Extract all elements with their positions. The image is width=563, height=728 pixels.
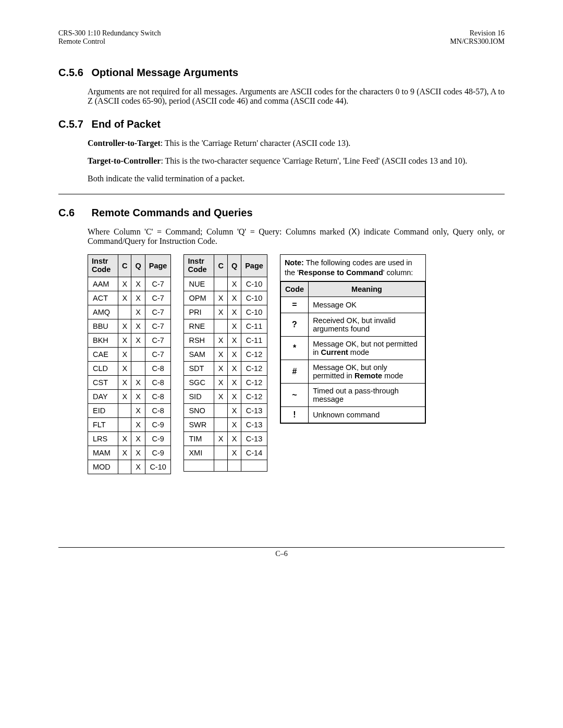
cell-q: X <box>131 403 145 417</box>
cell-c <box>214 319 227 333</box>
page-header: CRS-300 1:10 Redundancy Switch Remote Co… <box>58 29 505 46</box>
cell-code: TIM <box>184 431 214 446</box>
cell-q: X <box>131 389 145 403</box>
header-docid: MN/CRS300.IOM <box>450 38 505 46</box>
cell-page: C-11 <box>241 333 267 347</box>
header-revision: Revision 16 <box>450 29 505 38</box>
note-box: Note: The following codes are used in th… <box>280 254 426 424</box>
table-row: FLTXC-9 <box>88 417 171 431</box>
cell-c <box>118 305 131 319</box>
table-row: CAEXC-7 <box>88 347 171 361</box>
table-row: BBUXXC-7 <box>88 319 171 333</box>
cell-symbol: # <box>280 360 308 383</box>
cell-page: C-8 <box>145 361 171 375</box>
cell-q: X <box>131 375 145 389</box>
cell-q: X <box>227 291 241 305</box>
paragraph: Arguments are not required for all messa… <box>88 87 505 106</box>
cell-page: C-9 <box>145 417 171 431</box>
cell-code: PRI <box>184 305 214 319</box>
table-row: MODXC-10 <box>88 460 171 474</box>
cell-c: X <box>118 446 131 460</box>
th-c: C <box>214 255 227 277</box>
cell-meaning: Message OK <box>309 297 425 313</box>
cell-page: C-12 <box>241 347 267 361</box>
cell-code: FLT <box>88 417 118 431</box>
cell-code: OPM <box>184 291 214 305</box>
cell-c <box>214 277 227 291</box>
cell-page: C-12 <box>241 361 267 375</box>
cell-code: RSH <box>184 333 214 347</box>
th-instr: InstrCode <box>184 255 214 277</box>
cell-c: X <box>118 291 131 305</box>
th-code: Code <box>280 281 308 297</box>
cell-q: X <box>227 333 241 347</box>
cell-c: X <box>118 375 131 389</box>
table-row: NUEXC-10 <box>184 277 267 291</box>
table-row: RNEXC-11 <box>184 319 267 333</box>
cell-q <box>131 361 145 375</box>
cell-code: MOD <box>88 460 118 474</box>
table-row: SNOXC-13 <box>184 403 267 417</box>
cell-page: C-13 <box>241 431 267 446</box>
cell-q: X <box>131 446 145 460</box>
cell-c: X <box>118 319 131 333</box>
cell-c: X <box>118 431 131 446</box>
table-row: EIDXC-8 <box>88 403 171 417</box>
table-row: AMQXC-7 <box>88 305 171 319</box>
table-row: #Message OK, but only permitted in Remot… <box>280 360 425 383</box>
paragraph: Target-to-Controller: This is the two-ch… <box>88 156 505 166</box>
cell-q: X <box>227 375 241 389</box>
cell-c <box>118 460 131 474</box>
cell-q: X <box>131 319 145 333</box>
table-row: SAMXXC-12 <box>184 347 267 361</box>
cell-q: X <box>131 417 145 431</box>
table-row: SDTXXC-12 <box>184 361 267 375</box>
table-row: AAMXXC-7 <box>88 277 171 291</box>
table-row: OPMXXC-10 <box>184 291 267 305</box>
cell-code: BBU <box>88 319 118 333</box>
cell-q: X <box>227 277 241 291</box>
cell-c: X <box>214 375 227 389</box>
th-page: Page <box>145 255 171 277</box>
cell-c: X <box>214 431 227 446</box>
cell-code: SAM <box>184 347 214 361</box>
cell-c <box>118 403 131 417</box>
cell-code: EID <box>88 403 118 417</box>
cell-code <box>184 460 214 471</box>
cell-page: C-9 <box>145 446 171 460</box>
cell-code: XMI <box>184 446 214 460</box>
cell-page: C-10 <box>241 277 267 291</box>
cell-q: X <box>131 460 145 474</box>
cell-q: X <box>227 347 241 361</box>
table-row: *Message OK, but not permitted in Curren… <box>280 336 425 360</box>
section-heading-c56: C.5.6 Optional Message Arguments <box>58 67 505 79</box>
th-q: Q <box>131 255 145 277</box>
cell-page: C-12 <box>241 375 267 389</box>
cell-c: X <box>214 347 227 361</box>
cell-page: C-9 <box>145 431 171 446</box>
cell-code: SNO <box>184 403 214 417</box>
section-rule <box>58 194 505 194</box>
cell-q: X <box>227 319 241 333</box>
page-footer: C–6 <box>58 547 505 558</box>
cell-code: SDT <box>184 361 214 375</box>
table-row: ACTXXC-7 <box>88 291 171 305</box>
table-row <box>184 460 267 471</box>
table-row: SWRXC-13 <box>184 417 267 431</box>
th-instr: InstrCode <box>88 255 118 277</box>
cell-c <box>214 446 227 460</box>
section-heading-c57: C.5.7 End of Packet <box>58 118 505 130</box>
cell-meaning: Message OK, but only permitted in Remote… <box>309 360 425 383</box>
cell-page: C-10 <box>145 460 171 474</box>
paragraph: Where Column 'C' = Command; Column 'Q' =… <box>88 227 505 246</box>
cell-q: X <box>131 277 145 291</box>
cell-meaning: Message OK, but not permitted in Current… <box>309 336 425 360</box>
cell-page: C-13 <box>241 403 267 417</box>
cell-page: C-13 <box>241 417 267 431</box>
cell-code: DAY <box>88 389 118 403</box>
cell-q: X <box>227 403 241 417</box>
cell-page: C-7 <box>145 333 171 347</box>
cell-meaning: Timed out a pass-through message <box>309 383 425 406</box>
cell-q: X <box>131 291 145 305</box>
cell-page: C-7 <box>145 291 171 305</box>
